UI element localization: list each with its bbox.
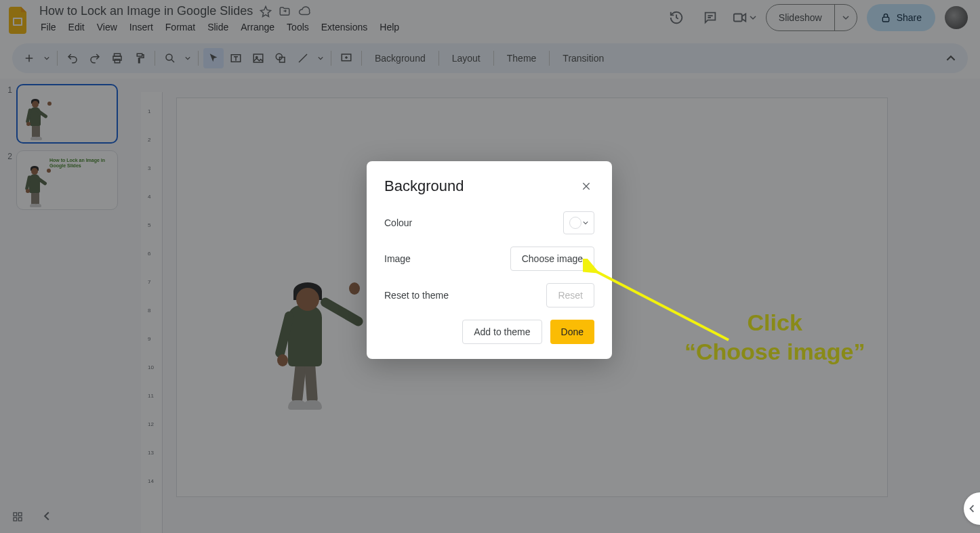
dialog-close-button[interactable]: [578, 178, 594, 194]
add-to-theme-button[interactable]: Add to theme: [462, 320, 542, 344]
image-label: Image: [384, 253, 411, 264]
colour-picker-button[interactable]: [563, 211, 594, 234]
reset-button: Reset: [546, 283, 594, 307]
done-button[interactable]: Done: [550, 320, 594, 344]
background-dialog: Background Colour Image Choose image Res…: [367, 161, 612, 359]
reset-label: Reset to theme: [384, 290, 449, 301]
colour-label: Colour: [384, 217, 412, 228]
dialog-title: Background: [384, 177, 464, 195]
choose-image-button[interactable]: Choose image: [510, 247, 594, 271]
